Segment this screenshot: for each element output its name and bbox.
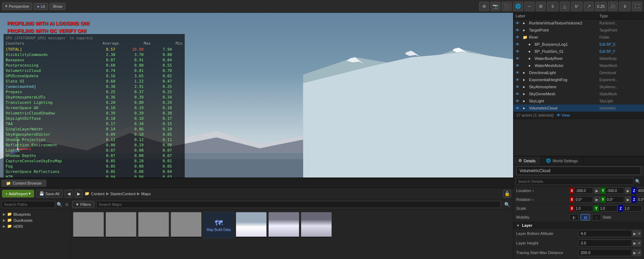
angle-val-btn[interactable]: 5°: [571, 2, 582, 11]
location-x-expand[interactable]: ▶: [594, 187, 600, 194]
tracing-start-expand[interactable]: ▶: [633, 249, 637, 256]
asset-thumb-0[interactable]: [73, 212, 104, 238]
visibility-icon[interactable]: 👁: [516, 78, 523, 82]
breadcrumb-maps[interactable]: Maps: [141, 192, 151, 196]
visibility-icon[interactable]: 👁: [516, 63, 523, 68]
layer-height-expand[interactable]: ▶: [633, 240, 637, 247]
tracing-start-reset[interactable]: ↺: [637, 249, 642, 256]
visibility-icon[interactable]: 👁: [516, 99, 523, 103]
actor-name-input[interactable]: [516, 167, 641, 175]
details-search-input[interactable]: [516, 178, 634, 185]
nav-back-button[interactable]: ◀: [65, 190, 73, 198]
tracing-start-input[interactable]: [578, 249, 632, 256]
visibility-icon[interactable]: 👁: [516, 35, 523, 39]
viewport-type-icon[interactable]: ⬛: [502, 2, 512, 11]
layer-height-reset[interactable]: ↺: [637, 240, 642, 247]
content-browser-tab[interactable]: 📁 Content Browser: [1, 180, 46, 187]
breadcrumb-content[interactable]: Content: [91, 192, 105, 196]
lit-button[interactable]: ● Lit: [34, 3, 48, 10]
search-paths-input[interactable]: [1, 201, 55, 208]
bottom-altitude-input[interactable]: [578, 230, 632, 237]
global-icon[interactable]: 🌐: [513, 2, 523, 11]
add-import-button[interactable]: + Add/Import ▾: [2, 190, 34, 197]
outliner-item[interactable]: 👁●BP_FluidSim_01Edit BP_F: [513, 48, 644, 55]
location-y-input[interactable]: [606, 187, 624, 194]
breadcrumb-starter[interactable]: StarterContent: [110, 192, 136, 196]
outliner-item[interactable]: 👁📁RiverFolder: [513, 34, 644, 41]
details-tab[interactable]: ⚙ Details: [513, 157, 541, 165]
scale-z-input[interactable]: [623, 205, 642, 212]
outliner-type[interactable]: Edit BP_E: [599, 43, 642, 46]
visibility-icon[interactable]: 👁: [516, 56, 523, 61]
snap-to-surface-icon[interactable]: ⊕: [479, 2, 489, 11]
surface-snapping-icon[interactable]: ↔: [524, 2, 534, 11]
tree-item-blueprints[interactable]: ▶ 📁 Blueprints: [1, 211, 69, 217]
world-settings-tab[interactable]: 🌐 World Settings: [541, 157, 583, 165]
bottom-altitude-expand[interactable]: ▶: [633, 230, 637, 237]
outliner-item[interactable]: 👁●DirectionalLightDirectional: [513, 69, 644, 76]
visibility-icon[interactable]: 👁: [516, 28, 523, 32]
outliner-item[interactable]: 👁●BP_BuoyancyLog1Edit BP_E: [513, 41, 644, 48]
rotation-y-expand[interactable]: ▶: [625, 196, 631, 203]
location-y-expand[interactable]: ▶: [625, 187, 631, 194]
scale-icon[interactable]: ↗: [584, 2, 594, 11]
perspective-dropdown[interactable]: ▾ Perspective: [2, 2, 32, 10]
asset-thumb-5[interactable]: [236, 212, 267, 238]
visibility-icon[interactable]: 👁: [516, 21, 523, 25]
mobility-static-icon[interactable]: ◐: [569, 214, 579, 220]
grid-size-btn[interactable]: 5: [547, 2, 558, 11]
zoom-val-btn[interactable]: 0.25: [595, 2, 606, 11]
rotation-y-input[interactable]: [606, 196, 624, 203]
view-button[interactable]: 👁 View: [557, 113, 570, 117]
search-assets-icon[interactable]: 🔍: [503, 201, 512, 208]
layer-section-header[interactable]: ▼ Layer: [513, 222, 644, 229]
asset-thumb-7[interactable]: [301, 212, 332, 238]
location-x-input[interactable]: [575, 187, 593, 194]
rotation-x-expand[interactable]: ▶: [594, 196, 600, 203]
asset-thumb-2[interactable]: [138, 212, 169, 238]
mobility-movable[interactable]: ↕: [592, 214, 601, 220]
tree-item-hdri[interactable]: ▶ 📁 HDRI: [1, 223, 69, 229]
scale-y-input[interactable]: [599, 205, 617, 212]
layer-height-input[interactable]: [578, 240, 632, 247]
outliner-type[interactable]: Edit BP_F: [599, 50, 642, 54]
outliner-item[interactable]: 👁●SkyDomeMeshStaticMesh: [513, 90, 644, 97]
paths-filter-icon[interactable]: ≡: [64, 201, 70, 208]
rotation-x-input[interactable]: [575, 196, 593, 203]
outliner-item[interactable]: 👁●SkyAtmosphereSkyAtmos...: [513, 83, 644, 90]
camera-settings-icon[interactable]: 📷: [490, 2, 500, 11]
mobility-stationary[interactable]: ▤: [581, 214, 590, 220]
outliner-item[interactable]: 👁●RuntimeVirtualTextureVolume2RuntimeV..…: [513, 19, 644, 27]
asset-thumb-6[interactable]: [268, 212, 299, 238]
asset-thumb-3[interactable]: [171, 212, 202, 238]
camera-val-btn[interactable]: 6: [619, 2, 631, 11]
outliner-item[interactable]: 👁●TargetPointTargetPoint: [513, 27, 644, 34]
visibility-icon[interactable]: 👁: [516, 42, 523, 46]
angle-icon[interactable]: △: [560, 2, 570, 11]
tree-item-gunassets[interactable]: ▶ 📁 GunAssets: [1, 217, 69, 223]
outliner-item[interactable]: 👁●WaterBodyRiverWaterBody: [513, 55, 644, 62]
visibility-icon[interactable]: 👁: [516, 71, 523, 75]
rotation-z-input[interactable]: [637, 196, 644, 203]
grid-icon[interactable]: ⊞: [536, 2, 546, 11]
3d-viewport[interactable]: PROFILING WITH AI LOGGING ON! PROFILING …: [0, 13, 513, 178]
maximize-icon[interactable]: ⛶: [632, 2, 642, 11]
outliner-item[interactable]: 👁●SkyLightSkyLight: [513, 97, 644, 105]
visibility-icon[interactable]: 👁: [516, 106, 523, 110]
filters-dropdown[interactable]: ▼ Filters: [72, 201, 94, 208]
save-all-button[interactable]: 💾 Save All: [36, 190, 63, 197]
visibility-icon[interactable]: 👁: [516, 49, 523, 54]
outliner-item[interactable]: 👁●VolumetricCloudVolumetric: [513, 105, 644, 112]
visibility-icon[interactable]: 👁: [516, 92, 523, 96]
asset-map-build[interactable]: 🗺 Map Build Data: [203, 212, 234, 238]
search-assets-input[interactable]: [96, 201, 501, 208]
outliner-item[interactable]: 👁●ExponentialHeightFogExponenti...: [513, 76, 644, 83]
show-button[interactable]: Show: [50, 3, 66, 10]
camera-speed-icon[interactable]: 🎥: [608, 2, 618, 11]
search-paths-icon[interactable]: 🔍: [55, 201, 64, 208]
bottom-altitude-reset[interactable]: ↺: [637, 230, 642, 237]
asset-thumb-1[interactable]: [105, 212, 137, 238]
outliner-item[interactable]: 👁●WaterMeshActorWaterMesh: [513, 62, 644, 69]
visibility-icon[interactable]: 👁: [516, 85, 523, 89]
lock-button[interactable]: 🔒: [503, 190, 511, 198]
